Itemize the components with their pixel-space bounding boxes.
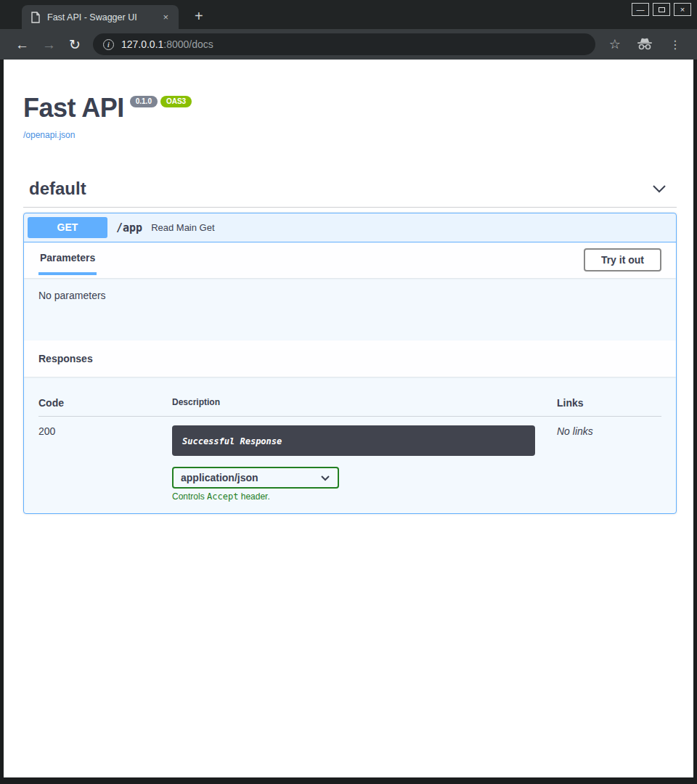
responses-heading: Responses: [38, 353, 93, 364]
bookmark-star-icon[interactable]: ☆: [603, 36, 627, 52]
column-links: Links: [557, 397, 661, 409]
version-badge: 0.1.0: [130, 96, 158, 107]
accept-header-word: Accept: [207, 491, 238, 502]
back-icon[interactable]: ←: [9, 38, 36, 52]
response-description-text: Successful Response: [182, 436, 282, 446]
tab-title: Fast API - Swagger UI: [47, 12, 158, 23]
url-path: :8000/docs: [163, 38, 213, 50]
tab-bar: Fast API - Swagger UI × + — ×: [0, 0, 697, 29]
parameters-body: No parameters: [24, 278, 676, 340]
response-code: 200: [38, 425, 172, 502]
maximize-button[interactable]: [653, 3, 670, 16]
minimize-button[interactable]: —: [632, 3, 649, 16]
api-badges: 0.1.0OAS3: [130, 94, 195, 107]
chevron-down-icon[interactable]: [651, 184, 667, 194]
table-row: 200 Successful Response application/json: [38, 417, 661, 502]
toolbar-right: ☆ ⋮: [603, 36, 688, 52]
accept-header-note: Controls Accept header.: [172, 491, 535, 502]
forward-icon[interactable]: →: [36, 38, 62, 52]
responses-table-head: Code Description Links: [38, 397, 661, 417]
tag-section: default: [23, 179, 677, 208]
address-bar[interactable]: i 127.0.0.1:8000/docs: [93, 33, 595, 55]
no-parameters-text: No parameters: [38, 290, 106, 301]
endpoint-summary[interactable]: GET /app Read Main Get: [24, 213, 676, 242]
column-description: Description: [172, 397, 557, 409]
tab-close-icon[interactable]: ×: [158, 10, 173, 24]
select-chevron-down-icon: [320, 475, 330, 481]
close-button[interactable]: ×: [674, 3, 691, 16]
parameters-header: Parameters Try it out: [24, 242, 676, 278]
window-controls: — ×: [632, 3, 691, 16]
url-text: 127.0.0.1:8000/docs: [121, 38, 213, 50]
try-it-out-button[interactable]: Try it out: [584, 248, 661, 271]
api-header: Fast API0.1.0OAS3 /openapi.json: [23, 93, 677, 140]
media-type-select[interactable]: application/json: [172, 467, 339, 489]
tag-divider: [23, 207, 677, 208]
tag-name: default: [29, 179, 86, 199]
response-description-block: Successful Response: [172, 425, 535, 456]
site-info-icon[interactable]: i: [103, 39, 114, 50]
reload-icon[interactable]: ↻: [62, 38, 87, 52]
method-get-button[interactable]: GET: [28, 217, 107, 238]
maximize-icon: [659, 7, 665, 12]
response-links: No links: [557, 425, 661, 502]
new-tab-button[interactable]: +: [189, 8, 209, 25]
oas-badge: OAS3: [160, 96, 192, 107]
browser-tab[interactable]: Fast API - Swagger UI ×: [22, 5, 179, 29]
url-host: 127.0.0.1: [121, 38, 163, 50]
page-title: Fast API: [23, 93, 124, 123]
response-description-cell: Successful Response application/json Con…: [172, 425, 557, 502]
endpoint-path: /app: [116, 221, 142, 234]
incognito-icon: [630, 38, 659, 51]
media-type-value: application/json: [181, 472, 258, 483]
menu-dots-icon[interactable]: ⋮: [662, 38, 688, 52]
browser-window: Fast API - Swagger UI × + — × ← → ↻ i 12…: [0, 0, 697, 784]
page-favicon-icon: [30, 12, 41, 23]
endpoint-panel: GET /app Read Main Get Parameters Try it…: [23, 213, 677, 514]
swagger-page: Fast API0.1.0OAS3 /openapi.json default …: [4, 60, 693, 777]
openapi-spec-link[interactable]: /openapi.json: [23, 130, 677, 140]
tab-parameters[interactable]: Parameters: [38, 252, 97, 275]
column-code: Code: [38, 397, 172, 409]
responses-header: Responses: [24, 340, 676, 377]
responses-table: Code Description Links 200 Successful Re…: [24, 377, 676, 513]
tag-header[interactable]: default: [23, 179, 677, 199]
endpoint-description: Read Main Get: [151, 222, 214, 233]
browser-toolbar: ← → ↻ i 127.0.0.1:8000/docs ☆ ⋮: [0, 29, 697, 60]
